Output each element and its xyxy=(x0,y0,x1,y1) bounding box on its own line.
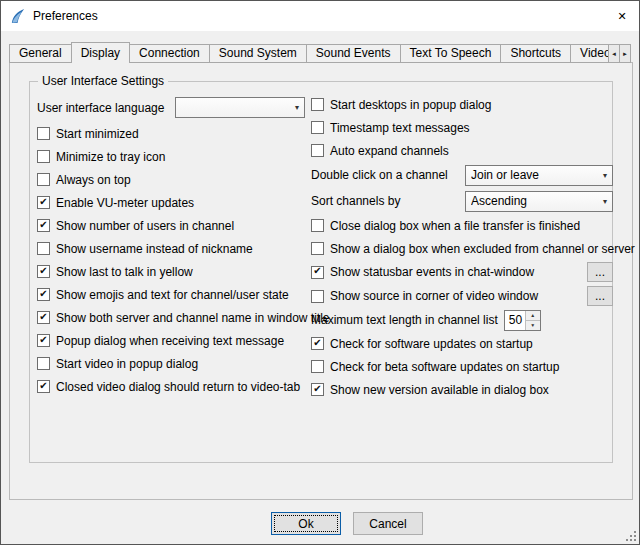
sort-channels-select[interactable]: Ascending ▾ xyxy=(465,191,613,212)
checkbox-start-minimized[interactable]: ✔Start minimized xyxy=(37,127,139,141)
checkbox-box: ✔ xyxy=(311,121,324,134)
spinner-arrows: ▲ ▼ xyxy=(525,311,540,330)
sort-channels-row: Sort channels by Ascending ▾ xyxy=(311,188,613,214)
left-column: User interface language ▾ ✔Start minimiz… xyxy=(37,93,305,398)
statusbar-events-config-button[interactable]: ... xyxy=(587,262,613,282)
checkbox-box: ✔ xyxy=(311,98,324,111)
checkbox-software-updates[interactable]: ✔Check for software updates on startup xyxy=(311,337,533,351)
checkbox-label: Close dialog box when a file transfer is… xyxy=(330,219,580,233)
check-icon: ✔ xyxy=(313,384,321,394)
spin-up-button[interactable]: ▲ xyxy=(526,311,540,321)
checkbox-box: ✔ xyxy=(311,242,324,255)
check-icon: ✔ xyxy=(39,197,47,207)
checkbox-box: ✔ xyxy=(37,127,50,140)
checkbox-label: Show username instead of nickname xyxy=(56,242,253,256)
video-source-row: ✔Show source in corner of video window .… xyxy=(311,284,613,308)
checkbox-desktops-popup[interactable]: ✔Start desktops in popup dialog xyxy=(311,98,491,112)
checkbox-box: ✔ xyxy=(37,265,50,278)
max-text-length-value: 50 xyxy=(505,311,525,330)
checkbox-box: ✔ xyxy=(311,290,324,303)
checkbox-close-on-filetransfer[interactable]: ✔Close dialog box when a file transfer i… xyxy=(311,219,580,233)
tab-display[interactable]: Display xyxy=(71,42,130,63)
checkbox-label: Always on top xyxy=(56,173,131,187)
double-click-select[interactable]: Join or leave ▾ xyxy=(465,165,613,186)
check-icon: ✔ xyxy=(39,220,47,230)
checkbox-label: Show emojis and text for channel/user st… xyxy=(56,288,289,302)
group-title: User Interface Settings xyxy=(38,74,168,88)
check-icon: ✔ xyxy=(39,289,47,299)
checkbox-always-on-top[interactable]: ✔Always on top xyxy=(37,173,131,187)
max-text-length-spinner[interactable]: 50 ▲ ▼ xyxy=(504,310,541,331)
checkbox-beta-updates[interactable]: ✔Check for beta software updates on star… xyxy=(311,360,559,374)
checkbox-box: ✔ xyxy=(311,360,324,373)
check-icon: ✔ xyxy=(39,266,47,276)
checkbox-vu-meter-updates[interactable]: ✔Enable VU-meter updates xyxy=(37,196,194,210)
checkbox-video-source-corner[interactable]: ✔Show source in corner of video window xyxy=(311,289,538,303)
checkbox-last-to-talk-yellow[interactable]: ✔Show last to talk in yellow xyxy=(37,265,193,279)
checkbox-label: Show new version available in dialog box xyxy=(330,383,549,397)
max-text-length-row: Maximum text length in channel list 50 ▲… xyxy=(311,308,613,332)
app-icon xyxy=(9,8,26,25)
titlebar: Preferences ✕ xyxy=(1,1,639,31)
checkbox-box: ✔ xyxy=(37,288,50,301)
checkbox-label: Enable VU-meter updates xyxy=(56,196,194,210)
tab-sound-system[interactable]: Sound System xyxy=(209,44,307,63)
tab-general[interactable]: General xyxy=(9,44,72,63)
right-column: ✔Start desktops in popup dialog ✔Timesta… xyxy=(311,93,613,401)
checkbox-video-return-to-tab[interactable]: ✔Closed video dialog should return to vi… xyxy=(37,380,300,394)
check-icon: ✔ xyxy=(313,338,321,348)
checkbox-server-channel-in-title[interactable]: ✔Show both server and channel name in wi… xyxy=(37,311,330,325)
language-label: User interface language xyxy=(37,101,164,115)
checkbox-box: ✔ xyxy=(37,150,50,163)
checkbox-username-instead-nickname[interactable]: ✔Show username instead of nickname xyxy=(37,242,253,256)
chevron-down-icon: ▾ xyxy=(598,197,612,206)
checkbox-emojis-text-state[interactable]: ✔Show emojis and text for channel/user s… xyxy=(37,288,289,302)
tab-text-to-speech[interactable]: Text To Speech xyxy=(400,44,502,63)
checkbox-box: ✔ xyxy=(311,337,324,350)
tab-sound-events[interactable]: Sound Events xyxy=(306,44,401,63)
checkbox-users-in-channel[interactable]: ✔Show number of users in channel xyxy=(37,219,234,233)
statusbar-events-row: ✔Show statusbar events in chat-window ..… xyxy=(311,260,613,284)
tab-scroll-right-button[interactable]: ► xyxy=(619,44,631,63)
checkbox-box: ✔ xyxy=(37,242,50,255)
check-icon: ✔ xyxy=(39,335,47,345)
checkbox-label: Show a dialog box when excluded from cha… xyxy=(330,242,635,256)
double-click-row: Double click on a channel Join or leave … xyxy=(311,162,613,188)
language-select[interactable]: ▾ xyxy=(175,97,305,118)
close-button[interactable]: ✕ xyxy=(605,1,639,31)
checkbox-start-video-popup[interactable]: ✔Start video in popup dialog xyxy=(37,357,198,371)
checkbox-box: ✔ xyxy=(37,334,50,347)
language-row: User interface language ▾ xyxy=(37,93,305,122)
checkbox-label: Show statusbar events in chat-window xyxy=(330,265,534,279)
video-source-config-button[interactable]: ... xyxy=(587,286,613,306)
tab-strip: General Display Connection Sound System … xyxy=(9,41,615,63)
window-title: Preferences xyxy=(33,9,98,23)
checkbox-label: Check for beta software updates on start… xyxy=(330,360,559,374)
checkbox-timestamp-messages[interactable]: ✔Timestamp text messages xyxy=(311,121,470,135)
checkbox-label: Show source in corner of video window xyxy=(330,289,538,303)
checkbox-excluded-dialog[interactable]: ✔Show a dialog box when excluded from ch… xyxy=(311,242,635,256)
checkbox-label: Popup dialog when receiving text message xyxy=(56,334,284,348)
ok-button[interactable]: Ok xyxy=(271,512,341,535)
cancel-button[interactable]: Cancel xyxy=(353,512,423,535)
tab-shortcuts[interactable]: Shortcuts xyxy=(500,44,571,63)
double-click-value: Join or leave xyxy=(471,168,598,182)
tab-scroll-control: ◄ ► xyxy=(609,44,631,63)
double-click-label: Double click on a channel xyxy=(311,168,448,182)
checkbox-auto-expand-channels[interactable]: ✔Auto expand channels xyxy=(311,144,449,158)
resize-grip[interactable] xyxy=(624,529,637,542)
sort-channels-label: Sort channels by xyxy=(311,194,400,208)
checkbox-box: ✔ xyxy=(37,357,50,370)
checkbox-box: ✔ xyxy=(37,311,50,324)
checkbox-label: Start desktops in popup dialog xyxy=(330,98,491,112)
checkbox-minimize-to-tray[interactable]: ✔Minimize to tray icon xyxy=(37,150,165,164)
checkbox-new-version-dialog[interactable]: ✔Show new version available in dialog bo… xyxy=(311,383,549,397)
spin-down-button[interactable]: ▼ xyxy=(526,321,540,330)
checkbox-statusbar-events[interactable]: ✔Show statusbar events in chat-window xyxy=(311,265,534,279)
preferences-window: Preferences ✕ General Display Connection… xyxy=(0,0,640,545)
checkbox-box: ✔ xyxy=(37,380,50,393)
tab-connection[interactable]: Connection xyxy=(129,44,210,63)
checkbox-popup-text-message[interactable]: ✔Popup dialog when receiving text messag… xyxy=(37,334,284,348)
checkbox-label: Start video in popup dialog xyxy=(56,357,198,371)
checkbox-box: ✔ xyxy=(37,196,50,209)
